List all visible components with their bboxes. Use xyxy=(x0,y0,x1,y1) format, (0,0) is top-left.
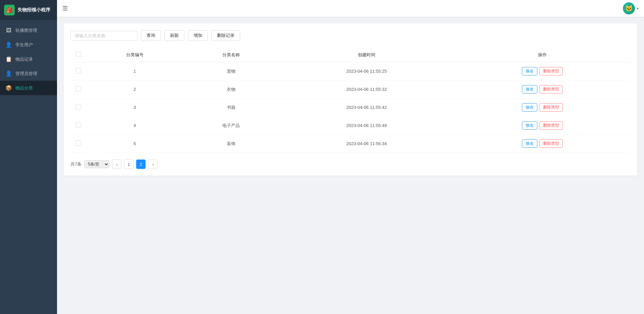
main-area: ☰ 🐱 ▾ 查询 刷新 增加 删除记录 xyxy=(57,0,644,314)
avatar-icon: 🐱 xyxy=(625,5,633,12)
next-page-button[interactable]: › xyxy=(148,160,158,169)
query-button[interactable]: 查询 xyxy=(141,30,161,41)
table-row: 4 电子产品 2023-04-06 11:55:49 修改 删除类型 xyxy=(70,117,631,135)
row-name-0: 宠物 xyxy=(183,62,279,80)
header-checkbox-col xyxy=(70,48,87,62)
main-card: 查询 刷新 增加 删除记录 分类编号 分类名称 创建时间 xyxy=(64,23,637,176)
header-action-col: 操作 xyxy=(454,48,631,62)
table-header-row: 分类编号 分类名称 创建时间 操作 xyxy=(70,48,631,62)
row-id-0: 1 xyxy=(87,62,183,80)
row-actions-0: 修改 删除类型 xyxy=(454,62,631,80)
sidebar-item-students[interactable]: 👤 学生用户 xyxy=(0,38,57,52)
delete-button-2[interactable]: 删除类型 xyxy=(539,103,563,112)
sidebar-header: 🎒 失物招领小程序 xyxy=(0,0,57,20)
topbar: ☰ 🐱 ▾ xyxy=(57,0,644,17)
delete-button-4[interactable]: 删除类型 xyxy=(539,139,563,148)
carousel-icon: 🖼 xyxy=(5,27,12,34)
total-count: 共7条 xyxy=(70,161,82,167)
delete-records-button[interactable]: 删除记录 xyxy=(211,30,240,41)
table-row: 2 衣物 2023-04-06 11:55:32 修改 删除类型 xyxy=(70,80,631,99)
row-created-0: 2023-04-06 11:55:25 xyxy=(279,62,454,80)
sidebar-item-items[interactable]: 📋 物品记录 xyxy=(0,52,57,66)
prev-page-button[interactable]: ‹ xyxy=(112,160,121,169)
row-actions-1: 修改 删除类型 xyxy=(454,80,631,99)
row-id-3: 4 xyxy=(87,117,183,135)
table-row: 5 装饰 2023-04-06 11:56:34 修改 删除类型 xyxy=(70,135,631,153)
row-checkbox-cell xyxy=(70,135,87,153)
sidebar-item-carousel[interactable]: 🖼 轮播图管理 xyxy=(0,23,57,38)
page-1-button[interactable]: 1 xyxy=(124,160,133,169)
edit-button-2[interactable]: 修改 xyxy=(522,103,537,112)
row-id-2: 3 xyxy=(87,99,183,117)
row-checkbox-cell xyxy=(70,80,87,99)
row-actions-3: 修改 删除类型 xyxy=(454,117,631,135)
admins-icon: 👤 xyxy=(5,70,12,77)
row-created-4: 2023-04-06 11:56:34 xyxy=(279,135,454,153)
edit-button-0[interactable]: 修改 xyxy=(522,67,537,75)
topbar-right: 🐱 ▾ xyxy=(623,2,639,14)
sidebar-item-category[interactable]: 📦 物品分类 xyxy=(0,81,57,95)
row-actions-4: 修改 删除类型 xyxy=(454,135,631,153)
table-row: 3 书籍 2023-04-06 11:55:42 修改 删除类型 xyxy=(70,99,631,117)
toolbar: 查询 刷新 增加 删除记录 xyxy=(70,30,631,41)
content-area: 查询 刷新 增加 删除记录 分类编号 分类名称 创建时间 xyxy=(57,17,644,314)
page-size-select[interactable]: 5条/页 10条/页 20条/页 xyxy=(84,160,109,168)
row-created-1: 2023-04-06 11:55:32 xyxy=(279,80,454,99)
page-2-button[interactable]: 2 xyxy=(136,160,146,169)
search-input[interactable] xyxy=(70,31,138,41)
row-created-3: 2023-04-06 11:55:49 xyxy=(279,117,454,135)
sidebar: 🎒 失物招领小程序 🖼 轮播图管理 👤 学生用户 📋 物品记录 👤 管理员管理 … xyxy=(0,0,57,314)
edit-button-3[interactable]: 修改 xyxy=(522,121,537,130)
row-id-1: 2 xyxy=(87,80,183,99)
sidebar-item-admins-label: 管理员管理 xyxy=(15,71,37,77)
add-button[interactable]: 增加 xyxy=(188,30,208,41)
row-name-3: 电子产品 xyxy=(183,117,279,135)
refresh-button[interactable]: 刷新 xyxy=(164,30,184,41)
delete-button-0[interactable]: 删除类型 xyxy=(539,67,563,75)
row-checkbox-cell xyxy=(70,99,87,117)
row-name-2: 书籍 xyxy=(183,99,279,117)
sidebar-item-admins[interactable]: 👤 管理员管理 xyxy=(0,66,57,81)
row-created-2: 2023-04-06 11:55:42 xyxy=(279,99,454,117)
row-checkbox-1[interactable] xyxy=(76,86,81,91)
app-logo: 🎒 xyxy=(4,5,15,15)
menu-toggle-icon[interactable]: ☰ xyxy=(62,5,68,12)
row-name-1: 衣物 xyxy=(183,80,279,99)
table-row: 1 宠物 2023-04-06 11:55:25 修改 删除类型 xyxy=(70,62,631,80)
row-name-4: 装饰 xyxy=(183,135,279,153)
sidebar-item-students-label: 学生用户 xyxy=(15,42,33,48)
row-checkbox-4[interactable] xyxy=(76,140,81,146)
avatar-dropdown-arrow[interactable]: ▾ xyxy=(637,7,639,10)
app-title: 失物招领小程序 xyxy=(17,7,50,13)
edit-button-1[interactable]: 修改 xyxy=(522,85,537,93)
topbar-left: ☰ xyxy=(62,5,68,12)
row-id-4: 5 xyxy=(87,135,183,153)
header-created-col: 创建时间 xyxy=(279,48,454,62)
category-table: 分类编号 分类名称 创建时间 操作 1 宠物 2023-04-06 11:55:… xyxy=(70,48,631,153)
row-checkbox-cell xyxy=(70,117,87,135)
row-checkbox-0[interactable] xyxy=(76,68,81,73)
sidebar-item-category-label: 物品分类 xyxy=(15,85,33,91)
category-icon: 📦 xyxy=(5,85,12,91)
user-avatar[interactable]: 🐱 xyxy=(623,2,635,14)
students-icon: 👤 xyxy=(5,42,12,48)
sidebar-nav: 🖼 轮播图管理 👤 学生用户 📋 物品记录 👤 管理员管理 📦 物品分类 xyxy=(0,20,57,99)
logo-icon: 🎒 xyxy=(6,7,13,13)
header-name-col: 分类名称 xyxy=(183,48,279,62)
row-checkbox-2[interactable] xyxy=(76,104,81,110)
row-checkbox-3[interactable] xyxy=(76,122,81,128)
select-all-checkbox[interactable] xyxy=(76,52,81,57)
sidebar-item-carousel-label: 轮播图管理 xyxy=(15,27,37,34)
row-actions-2: 修改 删除类型 xyxy=(454,99,631,117)
header-id-col: 分类编号 xyxy=(87,48,183,62)
edit-button-4[interactable]: 修改 xyxy=(522,139,537,148)
row-checkbox-cell xyxy=(70,62,87,80)
delete-button-1[interactable]: 删除类型 xyxy=(539,85,563,93)
pagination: 共7条 5条/页 10条/页 20条/页 ‹ 1 2 › xyxy=(70,160,631,169)
items-icon: 📋 xyxy=(5,56,12,62)
sidebar-item-items-label: 物品记录 xyxy=(15,56,33,62)
delete-button-3[interactable]: 删除类型 xyxy=(539,121,563,130)
